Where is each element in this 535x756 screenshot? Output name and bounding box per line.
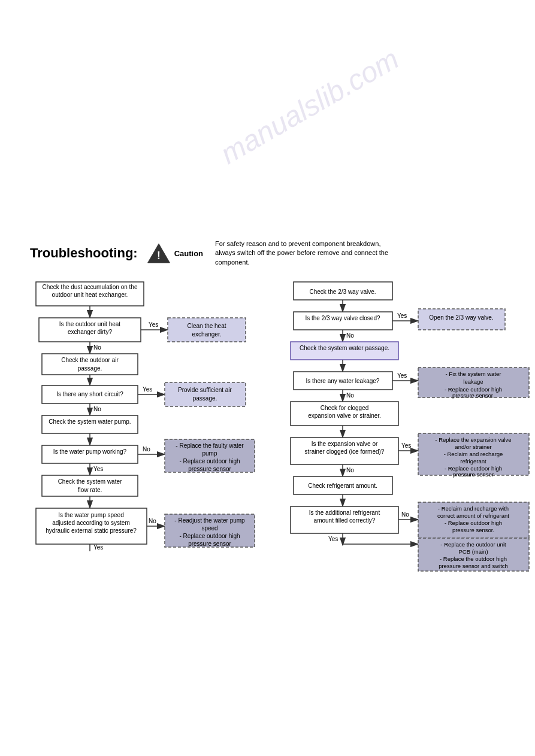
svg-text:and/or strainer: and/or strainer <box>455 444 491 450</box>
svg-rect-11 <box>168 318 246 342</box>
svg-text:Is the water pump working?: Is the water pump working? <box>53 448 127 455</box>
svg-text:- Replace the outdoor high: - Replace the outdoor high <box>440 555 507 562</box>
svg-text:hydraulic external static pres: hydraulic external static pressure? <box>46 527 137 534</box>
svg-text:Clean the heat: Clean the heat <box>187 323 226 329</box>
left-flowchart: Check the dust accumulation on the outdo… <box>30 279 282 650</box>
right-flowchart: Check the 2/3 way valve. Is the 2/3 way … <box>288 279 535 650</box>
svg-text:Yes: Yes <box>397 312 407 319</box>
flowchart-container: Check the dust accumulation on the outdo… <box>12 279 523 650</box>
caution-block: ! Caution <box>147 241 203 265</box>
svg-text:pressure sensor and switch: pressure sensor and switch <box>439 563 508 569</box>
svg-text:Is the outdoor unit heat: Is the outdoor unit heat <box>59 321 121 327</box>
svg-text:!: ! <box>157 250 161 262</box>
svg-rect-24 <box>165 382 246 406</box>
svg-text:adjusted according to system: adjusted according to system <box>52 520 130 526</box>
svg-text:- Reclaim and recharge: - Reclaim and recharge <box>444 451 503 457</box>
svg-text:No: No <box>346 467 354 473</box>
svg-text:Check the dust accumulation on: Check the dust accumulation on the <box>43 284 138 290</box>
svg-text:- Fix the system water: - Fix the system water <box>446 371 501 377</box>
svg-text:- Reclaim and recharge with: - Reclaim and recharge with <box>438 505 509 512</box>
svg-text:Open the 2/3 way valve.: Open the 2/3 way valve. <box>429 314 493 321</box>
svg-text:No: No <box>346 392 354 399</box>
svg-text:- Replace the outdoor unit: - Replace the outdoor unit <box>440 541 506 548</box>
svg-text:pressure sensor: pressure sensor <box>188 466 231 472</box>
svg-text:strainer clogged (ice formed)?: strainer clogged (ice formed)? <box>305 448 385 455</box>
svg-text:Check the outdoor air: Check the outdoor air <box>61 357 119 363</box>
svg-text:Is there any short circuit?: Is there any short circuit? <box>56 391 123 397</box>
svg-text:passage.: passage. <box>193 395 217 402</box>
svg-text:Yes: Yes <box>149 321 158 328</box>
svg-text:flow rate.: flow rate. <box>78 487 102 493</box>
svg-text:leakage: leakage <box>463 378 483 385</box>
svg-text:exchanger.: exchanger. <box>192 331 222 338</box>
svg-text:- Replace outdoor high: - Replace outdoor high <box>179 533 240 539</box>
svg-text:Yes: Yes <box>143 386 152 393</box>
svg-text:Is the water pump speed: Is the water pump speed <box>58 512 124 518</box>
svg-text:- Replace the faulty water: - Replace the faulty water <box>176 442 244 449</box>
svg-text:pressure sensor.: pressure sensor. <box>452 527 494 533</box>
svg-text:Yes: Yes <box>93 466 103 472</box>
svg-text:No: No <box>143 446 150 453</box>
caution-label: Caution <box>174 249 203 258</box>
svg-text:Check the 2/3 way valve.: Check the 2/3 way valve. <box>309 289 376 295</box>
svg-text:exchanger dirty?: exchanger dirty? <box>68 329 112 335</box>
svg-text:Check for clogged: Check for clogged <box>321 405 369 411</box>
svg-text:Is the expansion valve or: Is the expansion valve or <box>312 441 378 447</box>
svg-text:Check the system water pump.: Check the system water pump. <box>49 418 131 425</box>
svg-text:No: No <box>149 518 156 524</box>
svg-text:PCB (main): PCB (main) <box>458 548 488 555</box>
page: manualslib.com Troubleshooting: ! Cautio… <box>0 0 535 756</box>
svg-text:Check refrigerant amount.: Check refrigerant amount. <box>308 482 377 489</box>
caution-text: For safety reason and to prevent compone… <box>215 239 395 267</box>
svg-text:speed: speed <box>201 525 217 532</box>
svg-text:- Replace the expansion valve: - Replace the expansion valve <box>435 436 511 443</box>
svg-text:- Replace outdoor high: - Replace outdoor high <box>179 458 240 464</box>
svg-text:Is there any water leakage?: Is there any water leakage? <box>306 378 380 384</box>
svg-text:- Readjust the water pump: - Readjust the water pump <box>174 517 245 524</box>
svg-text:expansion valve or strainer.: expansion valve or strainer. <box>308 412 381 419</box>
svg-text:refrigerant: refrigerant <box>460 458 486 464</box>
page-title: Troubleshooting: <box>30 245 138 261</box>
svg-text:Yes: Yes <box>93 544 103 551</box>
svg-text:outdoor unit heat exchanger.: outdoor unit heat exchanger. <box>52 292 128 298</box>
svg-text:No: No <box>401 511 409 518</box>
svg-text:Check the system water passage: Check the system water passage. <box>300 345 389 351</box>
header-section: Troubleshooting: ! Caution For safety re… <box>12 239 523 267</box>
svg-text:Yes: Yes <box>397 372 407 379</box>
svg-text:- Replace outdoor high: - Replace outdoor high <box>445 520 502 526</box>
svg-text:pressure sensor: pressure sensor <box>453 471 494 478</box>
svg-text:Yes: Yes <box>328 536 338 542</box>
svg-text:pressure sensor: pressure sensor <box>188 541 231 547</box>
svg-text:Check the system water: Check the system water <box>58 478 122 485</box>
svg-text:No: No <box>346 332 354 339</box>
svg-text:No: No <box>93 344 101 351</box>
svg-text:pressure sensor.: pressure sensor. <box>452 392 494 399</box>
svg-text:Is the 2/3 way valve closed?: Is the 2/3 way valve closed? <box>305 315 380 321</box>
svg-text:correct amount of refrigerant: correct amount of refrigerant <box>437 512 509 519</box>
svg-text:passage.: passage. <box>78 365 102 372</box>
watermark: manualslib.com <box>215 42 404 170</box>
caution-icon: ! <box>147 241 171 265</box>
svg-text:amount filled correctly?: amount filled correctly? <box>314 517 376 524</box>
svg-text:Is the additional refrigerant: Is the additional refrigerant <box>309 509 380 516</box>
svg-text:pump: pump <box>202 450 217 457</box>
svg-text:No: No <box>93 406 101 412</box>
svg-text:Yes: Yes <box>401 442 411 449</box>
svg-text:Provide sufficient air: Provide sufficient air <box>178 387 232 393</box>
